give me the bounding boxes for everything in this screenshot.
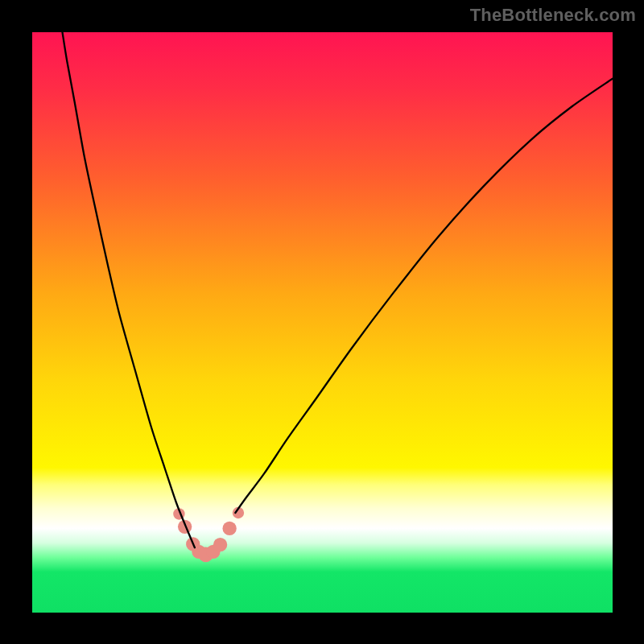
valley-marker	[213, 538, 227, 551]
chart-stage: TheBottleneck.com	[0, 0, 644, 644]
chart-svg	[32, 32, 613, 613]
attribution-link[interactable]: TheBottleneck.com	[470, 5, 636, 26]
chart-background	[32, 32, 613, 613]
plot-area	[32, 32, 613, 613]
valley-marker	[222, 522, 236, 535]
